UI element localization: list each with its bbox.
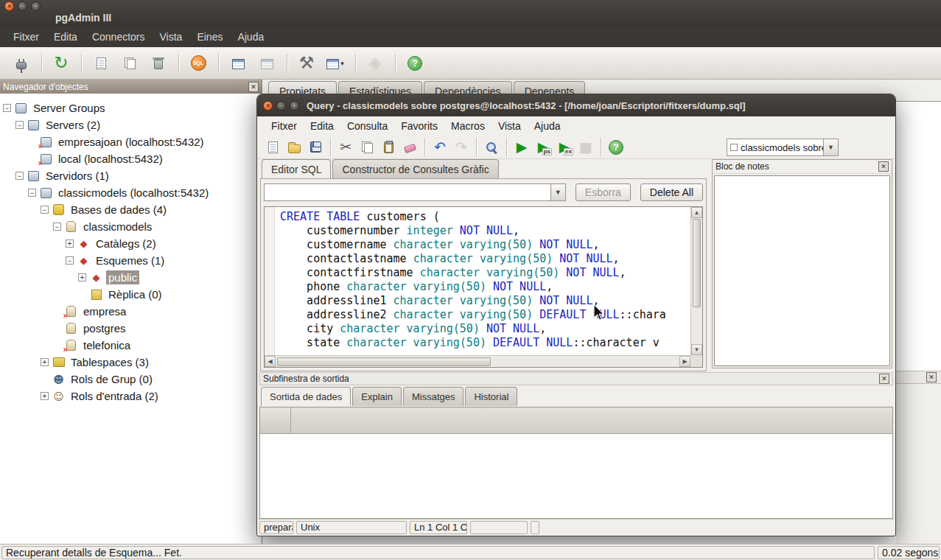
scrollbar-thumb[interactable]: [693, 219, 701, 307]
tree-item[interactable]: public: [0, 269, 262, 286]
tree-item[interactable]: Bases de dades (4): [0, 201, 262, 218]
scratchpad-input[interactable]: [715, 176, 889, 365]
tree-item[interactable]: empresa: [0, 303, 262, 320]
copy-icon[interactable]: [357, 138, 377, 157]
close-panel-icon[interactable]: ✕: [926, 372, 937, 382]
explain-query-icon[interactable]: ▶ ex: [555, 138, 574, 157]
tree-item[interactable]: postgres: [0, 320, 262, 337]
tree-expander-icon[interactable]: [41, 206, 49, 214]
output-tab[interactable]: Explain: [352, 387, 402, 406]
menu-item[interactable]: Vista: [492, 118, 528, 134]
tree-item[interactable]: telefonica: [0, 337, 262, 354]
scroll-up-icon[interactable]: ▲: [691, 207, 702, 218]
tree-expander-icon[interactable]: [66, 256, 74, 265]
menu-item[interactable]: Edita: [46, 28, 85, 46]
menu-item[interactable]: Fitxer: [6, 28, 46, 46]
filtered-view-icon[interactable]: [254, 51, 279, 76]
close-button[interactable]: ✕: [263, 101, 273, 111]
tree-item[interactable]: empresajoan (localhost:5432): [0, 133, 262, 150]
paste-icon[interactable]: [379, 138, 398, 157]
refresh-icon[interactable]: ↻: [49, 51, 74, 76]
find-icon[interactable]: [482, 138, 501, 157]
menu-item[interactable]: Consulta: [340, 118, 394, 134]
output-tab[interactable]: Sortida de dades: [261, 387, 351, 406]
tree-item[interactable]: Server Groups: [0, 99, 262, 116]
connection-combo-dropdown-icon[interactable]: ▼: [824, 139, 839, 156]
sql-query-tool-icon[interactable]: SQL: [186, 51, 211, 76]
execute-query-icon[interactable]: ▶: [512, 138, 531, 157]
tree-item[interactable]: Esquemes (1): [0, 252, 262, 269]
view-options-dropdown[interactable]: ▾: [323, 51, 348, 76]
debugger-icon[interactable]: ◈: [363, 51, 388, 76]
output-tab[interactable]: Missatges: [403, 387, 464, 406]
tree-item[interactable]: classicmodels: [0, 218, 262, 235]
tree-item[interactable]: Rèplica (0): [0, 286, 262, 303]
menu-item[interactable]: Macros: [444, 118, 492, 134]
menu-item[interactable]: Connectors: [85, 28, 153, 46]
redo-icon[interactable]: ↷: [452, 138, 471, 157]
close-button[interactable]: ✕: [4, 1, 14, 11]
tree-expander-icon[interactable]: [15, 172, 24, 180]
scroll-down-icon[interactable]: ▼: [691, 344, 702, 355]
maximize-button[interactable]: +: [31, 1, 41, 11]
sql-editor[interactable]: CREATE TABLE customers ( customernumber …: [264, 206, 703, 368]
editor-tab[interactable]: Constructor de Consultes Gràfic: [332, 159, 498, 179]
tree-expander-icon[interactable]: [41, 392, 49, 400]
menu-item[interactable]: Favorits: [394, 118, 444, 134]
tree-item[interactable]: classicmodels (localhost:5432): [0, 184, 262, 201]
editor-horizontal-scrollbar[interactable]: ◀ ▶: [265, 355, 690, 367]
menu-item[interactable]: Ajuda: [528, 118, 567, 134]
tree-expander-icon[interactable]: [78, 273, 86, 281]
add-server-connection-icon[interactable]: [9, 51, 34, 76]
close-output-panel-icon[interactable]: ✕: [879, 374, 889, 384]
menu-item[interactable]: Ajuda: [230, 28, 271, 46]
save-file-icon[interactable]: [306, 138, 325, 157]
execute-pgscript-icon[interactable]: ▶ ps: [534, 138, 553, 157]
drop-object-icon[interactable]: [146, 51, 171, 76]
tree-expander-icon[interactable]: [66, 239, 74, 248]
tree-item[interactable]: Servers (2): [0, 116, 262, 133]
editor-vertical-scrollbar[interactable]: ▲ ▼: [690, 207, 702, 355]
cut-icon[interactable]: ✂: [336, 138, 355, 157]
tree-item[interactable]: Servidors (1): [0, 167, 262, 184]
tree-expander-icon[interactable]: [41, 358, 49, 366]
tree-item[interactable]: Rols de Grup (0): [0, 371, 262, 388]
editor-tab[interactable]: Editor SQL: [262, 159, 331, 179]
maintenance-icon[interactable]: ⚒: [294, 51, 319, 76]
sql-editor-content[interactable]: CREATE TABLE customers ( customernumber …: [276, 207, 690, 367]
cancel-query-icon[interactable]: ■: [576, 138, 595, 157]
menu-item[interactable]: Edita: [304, 118, 340, 134]
minimize-button[interactable]: −: [276, 101, 286, 111]
tree-expander-icon[interactable]: [15, 121, 24, 129]
help-icon[interactable]: ?: [402, 51, 427, 76]
scrollbar-thumb[interactable]: [277, 357, 491, 366]
tree-expander-icon[interactable]: [3, 104, 11, 112]
menu-item[interactable]: Vista: [153, 28, 190, 46]
menu-item[interactable]: Fitxer: [265, 118, 304, 134]
clear-window-icon[interactable]: [400, 138, 419, 157]
close-browser-icon[interactable]: ✕: [248, 82, 259, 92]
data-output-grid[interactable]: [259, 407, 893, 519]
tree-item[interactable]: Catàlegs (2): [0, 235, 262, 252]
connection-combo[interactable]: classicmodels sobre postgres( ▼: [727, 139, 839, 156]
tree-item[interactable]: Tablespaces (3): [0, 354, 262, 371]
create-object-icon[interactable]: [117, 51, 142, 76]
scroll-left-icon[interactable]: ◀: [265, 356, 276, 367]
tree-item[interactable]: Rols d'entrada (2): [0, 388, 262, 405]
output-tab[interactable]: Historial: [465, 387, 517, 406]
clear-button[interactable]: Esborra: [576, 183, 631, 201]
help-icon[interactable]: ?: [606, 138, 626, 157]
query-history-dropdown-icon[interactable]: ▼: [551, 183, 566, 201]
undo-icon[interactable]: ↶: [430, 138, 449, 157]
query-history-combo[interactable]: ▼: [264, 183, 566, 201]
new-file-icon[interactable]: [263, 138, 282, 157]
delete-all-button[interactable]: Delete All: [640, 183, 703, 201]
object-properties-icon[interactable]: [88, 51, 113, 76]
tree-item[interactable]: local (localhost:5432): [0, 150, 262, 167]
tree-expander-icon[interactable]: [53, 223, 61, 231]
menu-item[interactable]: Eines: [189, 28, 230, 46]
close-scratchpad-icon[interactable]: ✕: [878, 161, 889, 172]
view-data-icon[interactable]: [225, 51, 251, 76]
maximize-button[interactable]: +: [290, 101, 299, 111]
scroll-right-icon[interactable]: ▶: [679, 356, 690, 367]
